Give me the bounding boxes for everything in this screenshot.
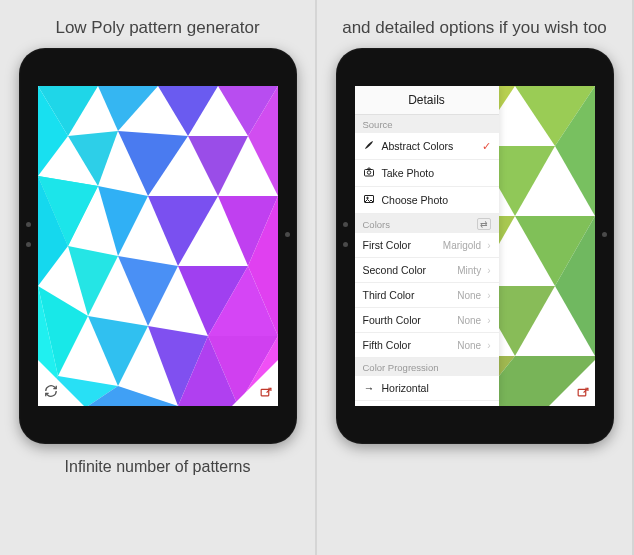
color-fourth[interactable]: Fourth Color None › [355,308,499,333]
chevron-right-icon: › [487,290,490,301]
chevron-right-icon: › [487,315,490,326]
color-second[interactable]: Second Color Minty › [355,258,499,283]
share-button[interactable] [232,360,278,406]
svg-point-52 [367,197,369,199]
image-icon [363,193,376,207]
share-button[interactable] [549,360,595,406]
progression-vertical[interactable]: ↓ Vertical [355,401,499,406]
left-panel: Low Poly pattern generator [0,0,317,555]
details-title: Details [355,86,499,115]
chevron-right-icon: › [487,265,490,276]
svg-marker-11 [148,196,218,266]
svg-rect-54 [578,389,586,396]
progression-horizontal[interactable]: → Horizontal [355,376,499,401]
source-abstract-colors[interactable]: Abstract Colors ✓ [355,133,499,160]
tablet-frame-left [19,48,297,444]
refresh-icon [44,384,58,401]
section-header-source: Source [355,115,499,133]
share-icon [576,385,589,401]
svg-marker-7 [188,136,248,196]
svg-marker-10 [98,186,148,256]
device-dot [343,222,348,227]
device-dot [26,242,31,247]
details-panel: Details Source Abstract Colors ✓ Ta [355,86,499,406]
section-header-progression: Color Progression [355,358,499,376]
brush-icon [363,139,376,153]
caption-top-right: and detailed options if you wish too [332,0,617,48]
arrow-horizontal-icon: → [363,382,376,394]
chevron-right-icon: › [487,340,490,351]
svg-marker-2 [158,86,218,136]
source-choose-photo[interactable]: Choose Photo [355,187,499,214]
svg-rect-31 [261,389,269,396]
device-dot [285,232,290,237]
low-poly-pattern [38,86,278,406]
device-dot [602,232,607,237]
svg-marker-5 [68,131,118,186]
right-panel: and detailed options if you wish too [317,0,634,555]
share-icon [259,385,272,401]
color-fifth[interactable]: Fifth Color None › [355,333,499,358]
source-take-photo[interactable]: Take Photo [355,160,499,187]
screen-left [38,86,278,406]
tablet-frame-right: Details Source Abstract Colors ✓ Ta [336,48,614,444]
camera-icon [363,166,376,180]
svg-marker-15 [118,256,178,326]
caption-bottom-left: Infinite number of patterns [55,444,261,494]
svg-marker-1 [98,86,158,131]
device-dot [343,242,348,247]
check-icon: ✓ [482,140,491,153]
svg-marker-14 [68,246,118,316]
color-third[interactable]: Third Color None › [355,283,499,308]
color-first[interactable]: First Color Marigold › [355,233,499,258]
chevron-right-icon: › [487,240,490,251]
section-header-colors: Colors ⇄ [355,214,499,233]
refresh-button[interactable] [38,360,84,406]
device-dot [26,222,31,227]
screen-right: Details Source Abstract Colors ✓ Ta [355,86,595,406]
svg-marker-19 [88,316,148,386]
svg-marker-6 [118,131,188,196]
shuffle-icon[interactable]: ⇄ [477,218,491,230]
caption-top-left: Low Poly pattern generator [45,0,269,48]
svg-point-50 [367,171,371,175]
